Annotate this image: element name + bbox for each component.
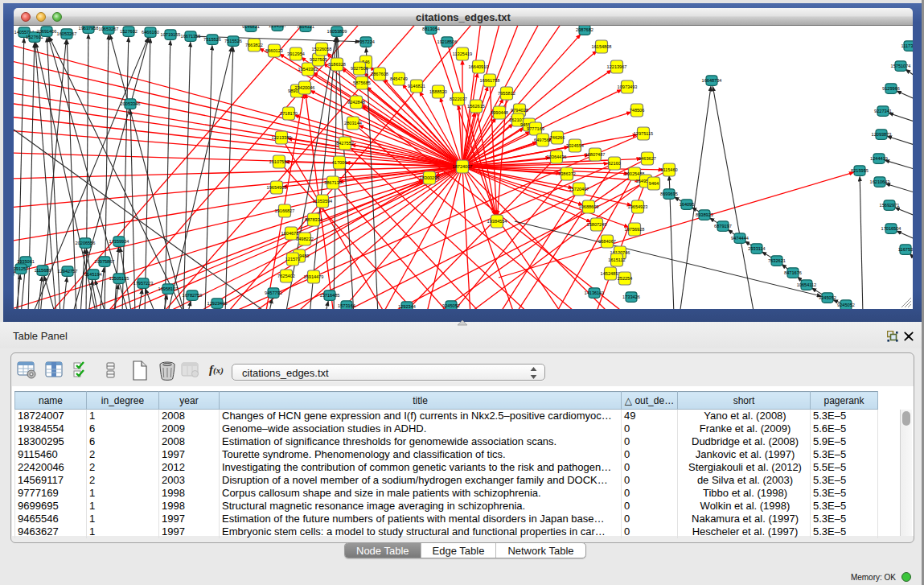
svg-text:2803144: 2803144 [344, 121, 362, 126]
svg-text:1527602: 1527602 [120, 29, 138, 34]
svg-text:8322037: 8322037 [450, 97, 467, 101]
svg-text:3498222: 3498222 [296, 237, 314, 241]
svg-text:16961758: 16961758 [480, 78, 500, 83]
svg-text:116753: 116753 [898, 247, 913, 252]
svg-text:10107552: 10107552 [269, 159, 290, 164]
svg-text:19637958: 19637958 [79, 26, 99, 31]
svg-text:17957223: 17957223 [133, 281, 154, 286]
svg-text:1292344: 1292344 [398, 304, 416, 309]
svg-text:9227341: 9227341 [874, 109, 892, 113]
svg-text:10653267: 10653267 [99, 27, 119, 31]
svg-text:8427552: 8427552 [336, 141, 354, 146]
svg-text:8990448: 8990448 [491, 110, 508, 115]
svg-text:9474444: 9474444 [731, 236, 749, 241]
svg-text:16640910: 16640910 [469, 64, 489, 69]
svg-text:746266: 746266 [550, 135, 565, 140]
svg-text:12923446: 12923446 [207, 301, 228, 306]
svg-text:7515526: 7515526 [203, 37, 221, 42]
svg-text:9146821: 9146821 [408, 84, 425, 89]
svg-text:9463627: 9463627 [639, 156, 656, 161]
svg-text:15807249: 15807249 [587, 222, 607, 227]
svg-text:5875685: 5875685 [353, 80, 371, 85]
svg-text:9327505: 9327505 [310, 57, 327, 62]
svg-text:14136141: 14136141 [585, 290, 605, 295]
svg-text:16053809: 16053809 [327, 29, 347, 34]
svg-text:9129966: 9129966 [882, 86, 900, 91]
svg-text:1562615: 1562615 [467, 104, 485, 109]
svg-text:9242848: 9242848 [347, 100, 365, 105]
svg-text:12093873: 12093873 [872, 132, 892, 137]
svg-text:19218506: 19218506 [437, 39, 458, 44]
svg-text:20691406: 20691406 [37, 29, 57, 34]
svg-text:19166827: 19166827 [275, 208, 295, 213]
svg-text:1234567: 1234567 [269, 26, 286, 28]
svg-text:8878334: 8878334 [305, 217, 322, 222]
svg-text:2867608: 2867608 [371, 72, 388, 76]
svg-text:15720407: 15720407 [569, 187, 589, 192]
svg-text:7357224: 7357224 [357, 39, 375, 44]
svg-text:8938923: 8938923 [696, 212, 713, 217]
svg-text:8699695: 8699695 [660, 192, 678, 196]
svg-text:11325419: 11325419 [453, 51, 472, 56]
svg-text:20364436: 20364436 [547, 154, 567, 159]
svg-text:3867130: 3867130 [324, 180, 342, 185]
svg-text:10973493: 10973493 [618, 84, 638, 89]
svg-text:391257: 391257 [14, 266, 28, 271]
svg-text:9457791: 9457791 [265, 290, 282, 295]
svg-text:8660123: 8660123 [265, 48, 283, 53]
svg-text:10719155: 10719155 [161, 32, 181, 37]
svg-text:2933114: 2933114 [748, 246, 765, 251]
svg-text:1588520: 1588520 [429, 89, 447, 94]
svg-text:1573164: 1573164 [338, 303, 355, 308]
svg-text:16053267: 16053267 [57, 31, 77, 36]
svg-text:20053346: 20053346 [121, 101, 141, 106]
svg-text:15716485: 15716485 [320, 293, 340, 298]
svg-text:19654905: 19654905 [267, 185, 287, 190]
svg-text:7955812: 7955812 [498, 91, 515, 96]
svg-text:12213967: 12213967 [607, 64, 627, 69]
svg-text:748506: 748506 [630, 108, 645, 113]
svg-text:8471676: 8471676 [784, 270, 802, 275]
svg-text:10543362: 10543362 [298, 67, 318, 72]
svg-text:1935061: 1935061 [17, 259, 35, 264]
svg-text:18724007: 18724007 [453, 164, 473, 169]
svg-text:15692971: 15692971 [880, 203, 900, 208]
svg-text:8186328: 8186328 [328, 62, 346, 67]
svg-text:11353594: 11353594 [313, 199, 332, 204]
svg-text:7386372: 7386372 [558, 171, 576, 176]
svg-text:9245052: 9245052 [442, 303, 460, 308]
svg-text:39125: 39125 [14, 270, 14, 274]
svg-text:10688609: 10688609 [579, 204, 599, 209]
svg-text:12975115: 12975115 [634, 131, 653, 136]
svg-text:12942757: 12942757 [58, 269, 78, 274]
svg-text:3912954: 3912954 [287, 51, 305, 56]
svg-text:9146821: 9146821 [242, 26, 260, 29]
svg-text:12505135: 12505135 [109, 276, 129, 281]
svg-text:16648734: 16648734 [702, 78, 722, 83]
svg-text:10958107: 10958107 [158, 286, 179, 291]
svg-text:16154808: 16154808 [592, 44, 612, 49]
svg-text:9684067: 9684067 [598, 239, 616, 244]
svg-text:9794028: 9794028 [511, 108, 528, 113]
svg-text:1145194: 1145194 [84, 272, 101, 277]
svg-text:6466160: 6466160 [142, 30, 159, 35]
svg-text:121573: 121573 [285, 257, 301, 262]
svg-text:16671355: 16671355 [181, 34, 201, 39]
svg-text:16914479: 16914479 [304, 274, 324, 279]
svg-text:15751074: 15751074 [891, 64, 911, 68]
svg-text:7632621: 7632621 [768, 258, 786, 263]
svg-text:9327506: 9327506 [351, 66, 368, 71]
svg-text:8454749: 8454749 [390, 76, 408, 81]
svg-text:8813054: 8813054 [422, 27, 440, 31]
svg-text:8215955: 8215955 [851, 168, 869, 173]
svg-text:9115460: 9115460 [660, 167, 677, 172]
svg-text:19384554: 19384554 [487, 219, 507, 224]
svg-text:2087682: 2087682 [576, 27, 593, 32]
svg-text:2718170: 2718170 [280, 111, 298, 116]
svg-text:20975867: 20975867 [95, 259, 115, 264]
svg-text:20206556: 20206556 [76, 241, 96, 245]
svg-text:16782759: 16782759 [183, 293, 203, 298]
svg-text:7625402: 7625402 [277, 274, 295, 278]
svg-text:1615112: 1615112 [608, 257, 625, 262]
svg-text:6879197: 6879197 [714, 224, 732, 229]
